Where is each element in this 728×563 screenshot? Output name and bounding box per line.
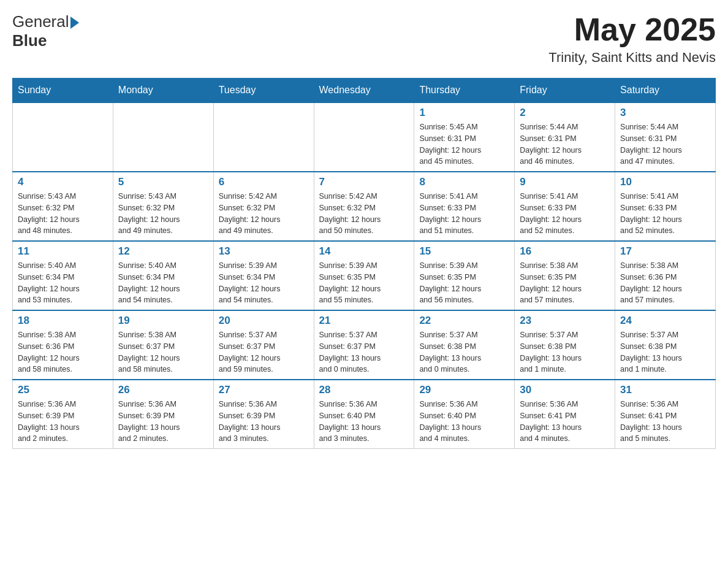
day-number: 21 — [319, 315, 409, 327]
week-row-1: 1Sunrise: 5:45 AMSunset: 6:31 PMDaylight… — [13, 102, 716, 172]
day-info: Sunrise: 5:37 AMSunset: 6:37 PMDaylight:… — [319, 329, 409, 375]
day-number: 15 — [419, 245, 509, 258]
calendar-cell: 12Sunrise: 5:40 AMSunset: 6:34 PMDayligh… — [113, 241, 213, 310]
day-info: Sunrise: 5:36 AMSunset: 6:39 PMDaylight:… — [18, 399, 108, 445]
title-area: May 2025 Trinity, Saint Kitts and Nevis — [548, 12, 716, 66]
logo-text-general: General — [12, 12, 69, 31]
calendar-header-row: SundayMondayTuesdayWednesdayThursdayFrid… — [13, 79, 716, 103]
day-number: 28 — [319, 384, 409, 396]
day-number: 1 — [419, 107, 509, 119]
calendar-header-saturday: Saturday — [615, 79, 716, 103]
page-header: General Blue May 2025 Trinity, Saint Kit… — [12, 12, 716, 66]
day-number: 6 — [219, 176, 309, 188]
day-number: 22 — [419, 315, 509, 327]
day-info: Sunrise: 5:40 AMSunset: 6:34 PMDaylight:… — [118, 260, 208, 306]
day-info: Sunrise: 5:43 AMSunset: 6:32 PMDaylight:… — [18, 191, 108, 237]
day-info: Sunrise: 5:37 AMSunset: 6:38 PMDaylight:… — [419, 329, 509, 375]
day-info: Sunrise: 5:37 AMSunset: 6:37 PMDaylight:… — [219, 329, 309, 375]
calendar-header-wednesday: Wednesday — [314, 79, 414, 103]
calendar-cell: 25Sunrise: 5:36 AMSunset: 6:39 PMDayligh… — [13, 380, 113, 449]
calendar-header-thursday: Thursday — [414, 79, 515, 103]
day-info: Sunrise: 5:40 AMSunset: 6:34 PMDaylight:… — [18, 260, 108, 306]
day-info: Sunrise: 5:42 AMSunset: 6:32 PMDaylight:… — [219, 191, 309, 237]
calendar-cell: 15Sunrise: 5:39 AMSunset: 6:35 PMDayligh… — [414, 241, 515, 310]
day-number: 5 — [118, 176, 208, 188]
calendar-cell: 6Sunrise: 5:42 AMSunset: 6:32 PMDaylight… — [213, 172, 314, 241]
calendar-cell: 20Sunrise: 5:37 AMSunset: 6:37 PMDayligh… — [213, 310, 314, 380]
logo: General Blue — [12, 12, 79, 50]
day-number: 9 — [520, 176, 610, 188]
calendar-cell: 26Sunrise: 5:36 AMSunset: 6:39 PMDayligh… — [113, 380, 213, 449]
calendar-table: SundayMondayTuesdayWednesdayThursdayFrid… — [12, 78, 716, 449]
day-info: Sunrise: 5:44 AMSunset: 6:31 PMDaylight:… — [620, 121, 710, 167]
day-number: 3 — [620, 107, 710, 119]
calendar-cell: 14Sunrise: 5:39 AMSunset: 6:35 PMDayligh… — [314, 241, 414, 310]
day-number: 19 — [118, 315, 208, 327]
day-info: Sunrise: 5:38 AMSunset: 6:37 PMDaylight:… — [118, 329, 208, 375]
day-info: Sunrise: 5:41 AMSunset: 6:33 PMDaylight:… — [520, 191, 610, 237]
day-info: Sunrise: 5:37 AMSunset: 6:38 PMDaylight:… — [620, 329, 710, 375]
calendar-cell — [13, 102, 113, 172]
calendar-cell: 3Sunrise: 5:44 AMSunset: 6:31 PMDaylight… — [615, 102, 716, 172]
day-number: 23 — [520, 315, 610, 327]
day-number: 14 — [319, 245, 409, 258]
calendar-cell: 5Sunrise: 5:43 AMSunset: 6:32 PMDaylight… — [113, 172, 213, 241]
calendar-cell: 28Sunrise: 5:36 AMSunset: 6:40 PMDayligh… — [314, 380, 414, 449]
day-info: Sunrise: 5:41 AMSunset: 6:33 PMDaylight:… — [620, 191, 710, 237]
day-number: 25 — [18, 384, 108, 396]
calendar-cell: 22Sunrise: 5:37 AMSunset: 6:38 PMDayligh… — [414, 310, 515, 380]
calendar-cell: 21Sunrise: 5:37 AMSunset: 6:37 PMDayligh… — [314, 310, 414, 380]
day-info: Sunrise: 5:39 AMSunset: 6:35 PMDaylight:… — [319, 260, 409, 306]
calendar-cell — [314, 102, 414, 172]
calendar-cell: 8Sunrise: 5:41 AMSunset: 6:33 PMDaylight… — [414, 172, 515, 241]
day-number: 13 — [219, 245, 309, 258]
day-number: 7 — [319, 176, 409, 188]
day-number: 12 — [118, 245, 208, 258]
week-row-5: 25Sunrise: 5:36 AMSunset: 6:39 PMDayligh… — [13, 380, 716, 449]
day-number: 8 — [419, 176, 509, 188]
day-number: 26 — [118, 384, 208, 396]
calendar-cell: 29Sunrise: 5:36 AMSunset: 6:40 PMDayligh… — [414, 380, 515, 449]
day-info: Sunrise: 5:36 AMSunset: 6:39 PMDaylight:… — [219, 399, 309, 445]
week-row-4: 18Sunrise: 5:38 AMSunset: 6:36 PMDayligh… — [13, 310, 716, 380]
calendar-cell: 27Sunrise: 5:36 AMSunset: 6:39 PMDayligh… — [213, 380, 314, 449]
day-info: Sunrise: 5:39 AMSunset: 6:35 PMDaylight:… — [419, 260, 509, 306]
day-info: Sunrise: 5:43 AMSunset: 6:32 PMDaylight:… — [118, 191, 208, 237]
day-info: Sunrise: 5:41 AMSunset: 6:33 PMDaylight:… — [419, 191, 509, 237]
day-info: Sunrise: 5:38 AMSunset: 6:36 PMDaylight:… — [620, 260, 710, 306]
calendar-cell: 7Sunrise: 5:42 AMSunset: 6:32 PMDaylight… — [314, 172, 414, 241]
day-number: 24 — [620, 315, 710, 327]
day-info: Sunrise: 5:36 AMSunset: 6:41 PMDaylight:… — [620, 399, 710, 445]
week-row-2: 4Sunrise: 5:43 AMSunset: 6:32 PMDaylight… — [13, 172, 716, 241]
day-number: 2 — [520, 107, 610, 119]
calendar-cell — [213, 102, 314, 172]
calendar-cell: 11Sunrise: 5:40 AMSunset: 6:34 PMDayligh… — [13, 241, 113, 310]
week-row-3: 11Sunrise: 5:40 AMSunset: 6:34 PMDayligh… — [13, 241, 716, 310]
day-number: 20 — [219, 315, 309, 327]
calendar-header-monday: Monday — [113, 79, 213, 103]
calendar-cell: 13Sunrise: 5:39 AMSunset: 6:34 PMDayligh… — [213, 241, 314, 310]
calendar-cell: 31Sunrise: 5:36 AMSunset: 6:41 PMDayligh… — [615, 380, 716, 449]
day-info: Sunrise: 5:36 AMSunset: 6:41 PMDaylight:… — [520, 399, 610, 445]
calendar-cell: 30Sunrise: 5:36 AMSunset: 6:41 PMDayligh… — [515, 380, 615, 449]
day-info: Sunrise: 5:38 AMSunset: 6:36 PMDaylight:… — [18, 329, 108, 375]
calendar-cell: 2Sunrise: 5:44 AMSunset: 6:31 PMDaylight… — [515, 102, 615, 172]
logo-text-blue: Blue — [12, 31, 79, 50]
calendar-cell: 4Sunrise: 5:43 AMSunset: 6:32 PMDaylight… — [13, 172, 113, 241]
calendar-cell: 17Sunrise: 5:38 AMSunset: 6:36 PMDayligh… — [615, 241, 716, 310]
day-info: Sunrise: 5:42 AMSunset: 6:32 PMDaylight:… — [319, 191, 409, 237]
location-title: Trinity, Saint Kitts and Nevis — [548, 50, 716, 66]
day-info: Sunrise: 5:37 AMSunset: 6:38 PMDaylight:… — [520, 329, 610, 375]
calendar-cell: 24Sunrise: 5:37 AMSunset: 6:38 PMDayligh… — [615, 310, 716, 380]
day-info: Sunrise: 5:36 AMSunset: 6:40 PMDaylight:… — [419, 399, 509, 445]
calendar-cell: 23Sunrise: 5:37 AMSunset: 6:38 PMDayligh… — [515, 310, 615, 380]
day-info: Sunrise: 5:44 AMSunset: 6:31 PMDaylight:… — [520, 121, 610, 167]
calendar-cell: 16Sunrise: 5:38 AMSunset: 6:35 PMDayligh… — [515, 241, 615, 310]
day-info: Sunrise: 5:45 AMSunset: 6:31 PMDaylight:… — [419, 121, 509, 167]
month-title: May 2025 — [548, 12, 716, 47]
day-number: 27 — [219, 384, 309, 396]
day-info: Sunrise: 5:39 AMSunset: 6:34 PMDaylight:… — [219, 260, 309, 306]
calendar-cell: 19Sunrise: 5:38 AMSunset: 6:37 PMDayligh… — [113, 310, 213, 380]
day-number: 18 — [18, 315, 108, 327]
day-number: 31 — [620, 384, 710, 396]
